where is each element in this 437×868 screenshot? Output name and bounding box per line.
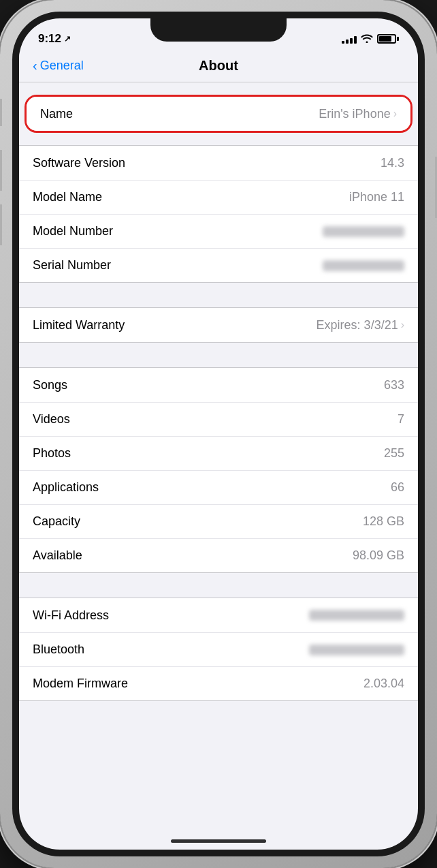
available-value: 98.09 GB — [353, 548, 404, 563]
signal-bar-1 — [342, 41, 344, 44]
applications-row: Applications 66 — [19, 470, 418, 504]
signal-bar-4 — [354, 36, 357, 44]
name-label: Name — [40, 107, 73, 121]
silent-switch[interactable] — [0, 99, 2, 126]
name-row[interactable]: Name Erin's iPhone › — [27, 97, 410, 131]
applications-value: 66 — [391, 480, 404, 495]
songs-value: 633 — [384, 378, 404, 392]
wifi-address-blurred — [309, 610, 404, 621]
volume-down-button[interactable] — [0, 204, 2, 245]
bluetooth-label: Bluetooth — [33, 642, 84, 657]
capacity-row: Capacity 128 GB — [19, 504, 418, 538]
page-title: About — [199, 58, 238, 74]
model-number-value — [323, 226, 404, 237]
gap-bottom — [19, 701, 418, 726]
modem-firmware-row: Modem Firmware 2.03.04 — [19, 666, 418, 700]
videos-row: Videos 7 — [19, 402, 418, 436]
songs-label: Songs — [33, 378, 67, 392]
bluetooth-blurred — [309, 645, 404, 655]
signal-bar-3 — [350, 38, 353, 44]
back-button[interactable]: ‹ General — [33, 59, 84, 73]
network-info-group: Wi-Fi Address Bluetooth Modem Firmware — [19, 598, 418, 701]
serial-number-blurred — [323, 260, 404, 271]
capacity-label: Capacity — [33, 514, 80, 529]
available-row: Available 98.09 GB — [19, 538, 418, 572]
content-area: Name Erin's iPhone › Software Version 14… — [19, 82, 418, 726]
software-version-value: 14.3 — [381, 156, 404, 170]
photos-value: 255 — [384, 446, 404, 461]
status-icons — [342, 33, 399, 45]
videos-value: 7 — [398, 412, 404, 427]
warranty-chevron-icon: › — [401, 319, 404, 331]
warranty-label: Limited Warranty — [33, 318, 125, 332]
name-row-highlighted[interactable]: Name Erin's iPhone › — [25, 95, 412, 133]
available-label: Available — [33, 548, 82, 563]
notch — [150, 18, 287, 42]
wifi-icon — [361, 33, 373, 45]
serial-number-label: Serial Number — [33, 258, 111, 273]
wifi-address-value — [309, 610, 404, 621]
bluetooth-value — [309, 645, 404, 655]
phone-frame: 9:12 ↗ — [0, 0, 437, 868]
gap-4 — [19, 573, 418, 598]
navigation-bar: ‹ General About — [19, 52, 418, 82]
software-version-row: Software Version 14.3 — [19, 146, 418, 180]
gap-2 — [19, 283, 418, 307]
wifi-address-label: Wi-Fi Address — [33, 608, 109, 623]
gap-3 — [19, 343, 418, 367]
phone-inner: 9:12 ↗ — [12, 12, 425, 856]
warranty-group: Limited Warranty Expires: 3/3/21 › — [19, 307, 418, 343]
capacity-value: 128 GB — [363, 514, 404, 529]
model-name-row: Model Name iPhone 11 — [19, 180, 418, 214]
location-icon: ↗ — [64, 34, 71, 44]
back-button-label: General — [40, 59, 84, 73]
back-chevron-icon: ‹ — [33, 59, 37, 72]
wifi-address-row: Wi-Fi Address — [19, 598, 418, 632]
serial-number-row: Serial Number — [19, 248, 418, 282]
songs-row: Songs 633 — [19, 368, 418, 402]
signal-bar-2 — [346, 40, 349, 44]
volume-up-button[interactable] — [0, 150, 2, 191]
software-version-label: Software Version — [33, 156, 125, 170]
warranty-value: Expires: 3/3/21 › — [317, 318, 404, 332]
model-name-label: Model Name — [33, 190, 102, 204]
videos-label: Videos — [33, 412, 70, 427]
device-info-group: Software Version 14.3 Model Name iPhone … — [19, 145, 418, 283]
bluetooth-row: Bluetooth — [19, 632, 418, 666]
name-chevron-icon: › — [393, 108, 397, 120]
warranty-row[interactable]: Limited Warranty Expires: 3/3/21 › — [19, 308, 418, 342]
status-time: 9:12 ↗ — [38, 32, 71, 46]
home-indicator — [171, 839, 266, 843]
gap-1 — [19, 133, 418, 145]
modem-firmware-value: 2.03.04 — [363, 677, 404, 691]
modem-firmware-label: Modem Firmware — [33, 677, 128, 691]
name-value: Erin's iPhone › — [319, 107, 397, 121]
screen: 9:12 ↗ — [19, 18, 418, 850]
model-number-blurred — [323, 226, 404, 237]
photos-label: Photos — [33, 446, 71, 461]
gap-top — [19, 82, 418, 95]
model-name-value: iPhone 11 — [349, 190, 404, 204]
serial-number-value — [323, 260, 404, 271]
media-counts-group: Songs 633 Videos 7 Photos 255 Applicatio… — [19, 367, 418, 573]
warranty-expires: Expires: 3/3/21 — [317, 318, 398, 332]
time-display: 9:12 — [38, 32, 61, 46]
model-number-label: Model Number — [33, 224, 113, 238]
applications-label: Applications — [33, 480, 99, 495]
battery-indicator — [377, 34, 399, 44]
photos-row: Photos 255 — [19, 436, 418, 470]
model-number-row: Model Number — [19, 214, 418, 248]
signal-bars — [342, 34, 357, 44]
